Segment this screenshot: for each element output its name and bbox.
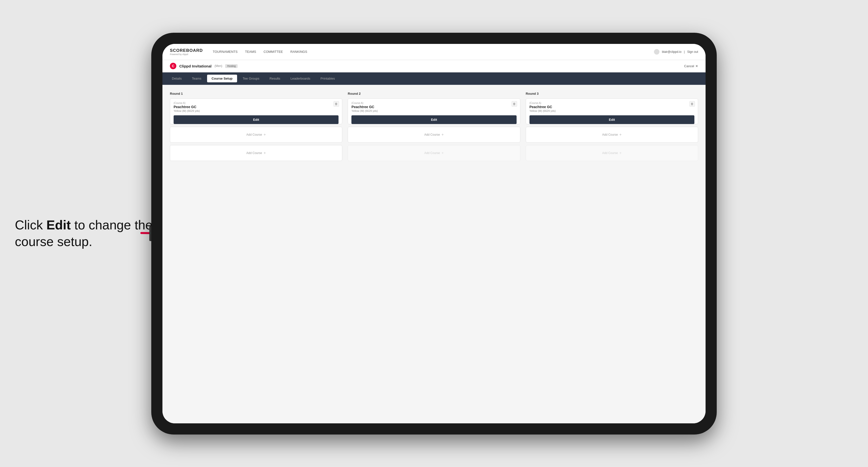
sign-out-link[interactable]: Sign out bbox=[687, 50, 698, 54]
nav-rankings[interactable]: RANKINGS bbox=[290, 49, 307, 55]
add-course-2-label: Add Course bbox=[246, 151, 262, 155]
sub-header-left: C Clippd Invitational (Men) Hosting bbox=[170, 63, 238, 69]
round-3-delete-button[interactable]: 🗑 bbox=[689, 101, 695, 107]
round-1-column: Round 1 (Course A) Peachtree GC Yellow (… bbox=[170, 92, 342, 163]
plus-icon-r2-1: + bbox=[441, 132, 444, 137]
round-1-course-label: (Course A) bbox=[174, 102, 339, 104]
close-icon: ✕ bbox=[695, 64, 698, 68]
round-3-add-course-2: Add Course + bbox=[526, 145, 698, 161]
round-2-column: Round 2 (Course A) Peachtree GC Yellow (… bbox=[348, 92, 520, 163]
round-2-delete-button[interactable]: 🗑 bbox=[512, 101, 517, 107]
top-navigation: SCOREBOARD Powered by clippd TOURNAMENTS… bbox=[162, 44, 706, 60]
instruction-prefix: Click bbox=[15, 218, 46, 232]
round-1-course-name: Peachtree GC bbox=[174, 105, 339, 109]
round-3-course-detail: Yellow (M) (6629 yds) bbox=[529, 110, 694, 112]
logo-title: SCOREBOARD bbox=[170, 48, 203, 53]
plus-icon-2: + bbox=[264, 151, 266, 155]
plus-icon-r2-2: + bbox=[441, 151, 444, 155]
round-3-course-label: (Course A) bbox=[529, 102, 694, 104]
user-email: blair@clippd.io bbox=[662, 50, 682, 54]
add-course-1-label: Add Course bbox=[246, 133, 262, 136]
plus-icon-r3-1: + bbox=[619, 132, 621, 137]
tablet-screen: SCOREBOARD Powered by clippd TOURNAMENTS… bbox=[162, 44, 706, 423]
round-1-add-course-2[interactable]: Add Course + bbox=[170, 145, 342, 161]
nav-left: SCOREBOARD Powered by clippd TOURNAMENTS… bbox=[170, 48, 307, 56]
tab-printables[interactable]: Printables bbox=[316, 75, 339, 82]
round-2-course-label: (Course A) bbox=[351, 102, 516, 104]
round-3-course-name: Peachtree GC bbox=[529, 105, 694, 109]
round-2-course-detail: Yellow (M) (6629 yds) bbox=[351, 110, 516, 112]
cancel-button[interactable]: Cancel ✕ bbox=[684, 64, 698, 68]
round-2-course-card: (Course A) Peachtree GC Yellow (M) (6629… bbox=[348, 98, 520, 124]
tablet-device: SCOREBOARD Powered by clippd TOURNAMENTS… bbox=[151, 33, 717, 435]
round-3-course-card: (Course A) Peachtree GC Yellow (M) (6629… bbox=[526, 98, 698, 124]
tab-tee-groups[interactable]: Tee Groups bbox=[238, 75, 264, 82]
hosting-badge: Hosting bbox=[225, 64, 238, 68]
round-2-edit-button[interactable]: Edit bbox=[351, 115, 516, 124]
tab-course-setup[interactable]: Course Setup bbox=[207, 75, 237, 82]
scoreboard-logo: SCOREBOARD Powered by clippd bbox=[170, 48, 203, 56]
tablet-side-button bbox=[149, 226, 151, 241]
tab-teams[interactable]: Teams bbox=[187, 75, 206, 82]
nav-teams[interactable]: TEAMS bbox=[245, 49, 256, 55]
round-3-header: Round 3 bbox=[526, 92, 698, 95]
round-3-edit-button[interactable]: Edit bbox=[529, 115, 694, 124]
clippd-logo: C bbox=[170, 63, 176, 69]
round-1-header: Round 1 bbox=[170, 92, 342, 95]
user-avatar bbox=[654, 49, 659, 55]
rounds-grid: Round 1 (Course A) Peachtree GC Yellow (… bbox=[170, 92, 698, 163]
add-course-r3-2-label: Add Course bbox=[602, 151, 618, 155]
tab-details[interactable]: Details bbox=[167, 75, 186, 82]
round-1-course-card: (Course A) Peachtree GC Yellow (M) (6629… bbox=[170, 98, 342, 124]
tab-leaderboards[interactable]: Leaderboards bbox=[286, 75, 315, 82]
main-content: Round 1 (Course A) Peachtree GC Yellow (… bbox=[162, 85, 706, 423]
add-course-r3-1-label: Add Course bbox=[602, 133, 618, 136]
trash-icon-2: 🗑 bbox=[513, 102, 516, 106]
round-1-edit-button[interactable]: Edit bbox=[174, 115, 339, 124]
trash-icon-3: 🗑 bbox=[691, 102, 694, 106]
tab-bar: Details Teams Course Setup Tee Groups Re… bbox=[162, 72, 706, 85]
tab-results[interactable]: Results bbox=[265, 75, 285, 82]
nav-right: blair@clippd.io | Sign out bbox=[654, 49, 698, 55]
gender-badge: (Men) bbox=[215, 64, 222, 68]
nav-committee[interactable]: COMMITTEE bbox=[264, 49, 283, 55]
sub-header: C Clippd Invitational (Men) Hosting Canc… bbox=[162, 60, 706, 72]
trash-icon: 🗑 bbox=[335, 102, 338, 106]
round-1-course-detail: Yellow (M) (6629 yds) bbox=[174, 110, 339, 112]
nav-divider: | bbox=[684, 50, 685, 54]
plus-icon-r3-2: + bbox=[619, 151, 621, 155]
round-2-header: Round 2 bbox=[348, 92, 520, 95]
add-course-r2-1-label: Add Course bbox=[424, 133, 440, 136]
logo-subtitle: Powered by clippd bbox=[170, 53, 203, 56]
round-1-add-course-1[interactable]: Add Course + bbox=[170, 127, 342, 143]
instruction-bold: Edit bbox=[46, 218, 71, 232]
round-3-add-course-1[interactable]: Add Course + bbox=[526, 127, 698, 143]
tournament-name: Clippd Invitational bbox=[179, 64, 212, 68]
round-3-column: Round 3 (Course A) Peachtree GC Yellow (… bbox=[526, 92, 698, 163]
round-2-course-name: Peachtree GC bbox=[351, 105, 516, 109]
round-2-add-course-1[interactable]: Add Course + bbox=[348, 127, 520, 143]
round-1-delete-button[interactable]: 🗑 bbox=[334, 101, 339, 107]
add-course-r2-2-label: Add Course bbox=[424, 151, 440, 155]
nav-links: TOURNAMENTS TEAMS COMMITTEE RANKINGS bbox=[213, 49, 307, 55]
round-2-add-course-2: Add Course + bbox=[348, 145, 520, 161]
plus-icon-1: + bbox=[264, 132, 266, 137]
nav-tournaments[interactable]: TOURNAMENTS bbox=[213, 49, 238, 55]
instruction-text: Click Edit to change the course setup. bbox=[15, 217, 154, 250]
